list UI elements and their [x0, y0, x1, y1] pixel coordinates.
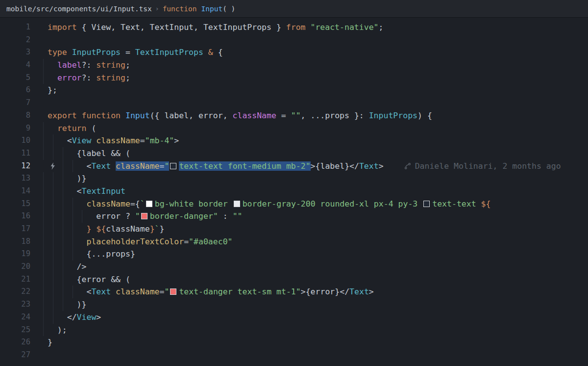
line-number[interactable]: 5 [0, 72, 30, 84]
code-line-content[interactable]: error?: string; [48, 72, 588, 84]
code-line-content[interactable]: type InputProps = TextInputProps & { [48, 46, 588, 59]
line-number[interactable]: 11 [0, 147, 30, 160]
line-number[interactable]: 14 [0, 185, 30, 198]
code-line-content[interactable]: <Text className="text-danger text-sm mt-… [48, 286, 588, 298]
line-number[interactable]: 7 [0, 97, 30, 109]
code-line-content[interactable]: label?: string; [48, 59, 588, 72]
line-number[interactable]: 27 [0, 349, 30, 362]
code-line[interactable]: 23 )} [0, 298, 588, 311]
code-line-content[interactable]: className={`bg-white border border-gray-… [48, 198, 588, 210]
line-number[interactable]: 22 [0, 286, 30, 298]
code-line-content[interactable]: {error && ( [48, 273, 588, 286]
code-line-content[interactable]: <View className="mb-4"> [48, 134, 588, 147]
line-number[interactable]: 26 [0, 336, 30, 349]
code-line-content[interactable] [48, 349, 588, 362]
line-number[interactable]: 20 [0, 261, 30, 273]
code-line[interactable]: 11 {label && ( [0, 147, 588, 160]
code-line[interactable]: 22 <Text className="text-danger text-sm … [0, 286, 588, 298]
code-line-content[interactable]: } [48, 336, 588, 349]
line-number[interactable]: 23 [0, 298, 30, 311]
code-action-lightning-icon[interactable] [48, 162, 57, 171]
line-number[interactable]: 3 [0, 46, 30, 59]
line-number[interactable]: 17 [0, 223, 30, 235]
code-line-content[interactable]: export function Input({ label, error, cl… [48, 109, 588, 122]
code-line[interactable]: 21 {error && ( [0, 273, 588, 286]
code-line-content[interactable]: error ? "border-danger" : "" [48, 210, 588, 223]
code-line-content[interactable] [48, 97, 588, 109]
code-line-content[interactable]: ); [48, 324, 588, 337]
line-number[interactable]: 10 [0, 134, 30, 147]
line-number[interactable]: 25 [0, 324, 30, 337]
code-line[interactable]: 16 error ? "border-danger" : "" [0, 210, 588, 223]
line-number[interactable]: 19 [0, 248, 30, 261]
code-line[interactable]: 2 [0, 34, 588, 47]
code-line[interactable]: 12 <Text className="text-text font-mediu… [0, 160, 588, 173]
code-line[interactable]: 8export function Input({ label, error, c… [0, 109, 588, 122]
indent-guide [43, 134, 44, 147]
code-line[interactable]: 7 [0, 97, 588, 109]
line-number[interactable]: 1 [0, 21, 30, 34]
code-line[interactable]: 20 /> [0, 261, 588, 273]
git-blame-annotation[interactable]: Daniele Molinari, 2 months ago [404, 161, 561, 171]
code-line-content[interactable]: import { View, Text, TextInput, TextInpu… [48, 21, 588, 34]
code-line-content[interactable]: <Text className="text-text font-medium m… [48, 160, 588, 173]
line-number[interactable]: 18 [0, 235, 30, 248]
code-line-content[interactable]: placeholderTextColor="#a0aec0" [48, 235, 588, 248]
code-line[interactable]: 13 )} [0, 172, 588, 185]
indent-guide [73, 235, 73, 248]
line-number[interactable]: 2 [0, 34, 30, 47]
indent-guide [53, 248, 53, 261]
code-line[interactable]: 3type InputProps = TextInputProps & { [0, 46, 588, 59]
line-number[interactable]: 15 [0, 198, 30, 210]
code-line[interactable]: 14 <TextInput [0, 185, 588, 198]
code-token-selected: text-text font-medium mb-2" [179, 161, 310, 171]
line-number[interactable]: 12 [0, 160, 30, 173]
code-line[interactable]: 17 } ${className}`} [0, 223, 588, 235]
code-token [48, 237, 86, 246]
indent-guide [43, 198, 44, 210]
breadcrumb-symbol-name[interactable]: Input [201, 5, 222, 13]
code-line[interactable]: 10 <View className="mb-4"> [0, 134, 588, 147]
editor-lines[interactable]: 1import { View, Text, TextInput, TextInp… [0, 18, 588, 366]
code-line[interactable]: 24 </View> [0, 311, 588, 324]
breadcrumb-file-path[interactable]: mobile/src/components/ui/Input.tsx [6, 5, 152, 13]
line-number[interactable]: 21 [0, 273, 30, 286]
code-line-content[interactable]: /> [48, 261, 588, 273]
code-line[interactable]: 19 {...props} [0, 248, 588, 261]
line-number[interactable]: 9 [0, 122, 30, 135]
code-line[interactable]: 5 error?: string; [0, 72, 588, 84]
code-token: "" [233, 211, 243, 221]
breadcrumb-symbol-keyword[interactable]: function [163, 5, 197, 13]
code-token: ` [155, 224, 160, 234]
code-line-content[interactable]: </View> [48, 311, 588, 324]
code-line-content[interactable]: )} [48, 298, 588, 311]
line-number[interactable]: 6 [0, 84, 30, 97]
code-line[interactable]: 1import { View, Text, TextInput, TextInp… [0, 21, 588, 34]
code-line-content[interactable]: <TextInput [48, 185, 588, 198]
code-line-content[interactable]: )} [48, 172, 588, 185]
line-number[interactable]: 4 [0, 59, 30, 72]
code-line-content[interactable]: } ${className}`} [48, 223, 588, 235]
code-line-content[interactable]: }; [48, 84, 588, 97]
code-line[interactable]: 25 ); [0, 324, 588, 337]
code-line[interactable]: 27 [0, 349, 588, 362]
indent-guide [43, 122, 44, 135]
breadcrumb-symbol-suffix: ( ) [222, 5, 235, 13]
code-line-content[interactable] [48, 34, 588, 47]
line-number[interactable]: 13 [0, 172, 30, 185]
indent-guide [43, 248, 44, 261]
line-number[interactable]: 16 [0, 210, 30, 223]
code-line[interactable]: 6}; [0, 84, 588, 97]
line-number[interactable]: 8 [0, 109, 30, 122]
code-line[interactable]: 9 return ( [0, 122, 588, 135]
line-number[interactable]: 24 [0, 311, 30, 324]
indent-guide [43, 235, 44, 248]
code-line-content[interactable]: return ( [48, 122, 588, 135]
code-line-content[interactable]: {label && ( [48, 147, 588, 160]
code-token: className [106, 224, 149, 234]
code-line[interactable]: 15 className={`bg-white border border-gr… [0, 198, 588, 210]
code-line-content[interactable]: {...props} [48, 248, 588, 261]
code-line[interactable]: 18 placeholderTextColor="#a0aec0" [0, 235, 588, 248]
code-line[interactable]: 26} [0, 336, 588, 349]
code-line[interactable]: 4 label?: string; [0, 59, 588, 72]
